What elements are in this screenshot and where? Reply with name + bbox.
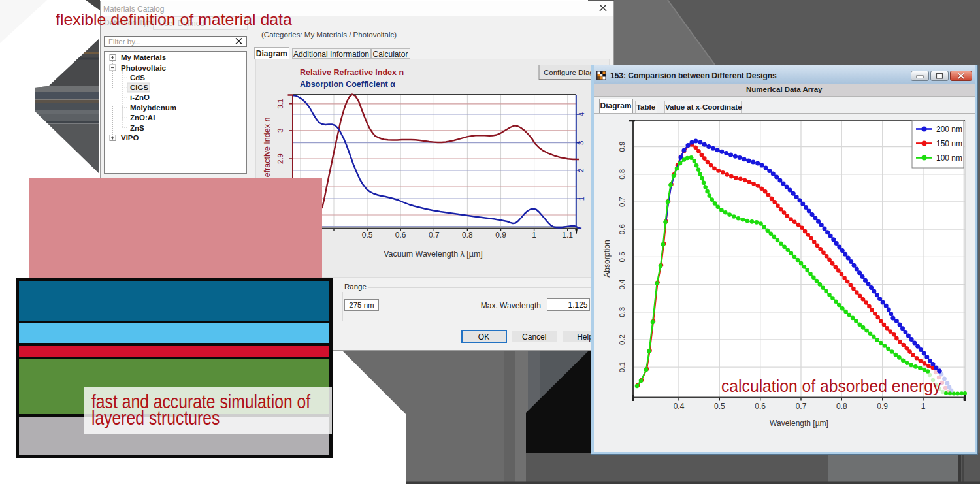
svg-text:0.7: 0.7	[618, 197, 626, 207]
svg-text:Wavelength [µm]: Wavelength [µm]	[770, 419, 828, 428]
svg-text:Absorption: Absorption	[602, 240, 612, 277]
svg-text:1: 1	[921, 402, 926, 411]
svg-text:calculation of absorbed energy: calculation of absorbed energy	[721, 376, 941, 395]
svg-text:0.8: 0.8	[618, 169, 626, 180]
svg-text:0.4: 0.4	[674, 402, 685, 411]
svg-text:0.9: 0.9	[877, 402, 888, 411]
svg-text:0.9: 0.9	[618, 142, 626, 152]
svg-text:200 nm: 200 nm	[936, 125, 962, 134]
svg-text:0.8: 0.8	[836, 402, 847, 411]
svg-text:0.2: 0.2	[618, 334, 626, 345]
svg-text:0.7: 0.7	[796, 402, 807, 411]
svg-text:0.3: 0.3	[618, 307, 626, 317]
svg-text:150 nm: 150 nm	[936, 139, 962, 148]
svg-text:0.6: 0.6	[618, 224, 626, 234]
svg-text:0.5: 0.5	[618, 251, 626, 262]
svg-text:100 nm: 100 nm	[936, 153, 962, 163]
svg-text:0.1: 0.1	[618, 362, 626, 372]
svg-text:0.6: 0.6	[755, 402, 766, 411]
svg-text:0.5: 0.5	[714, 402, 725, 411]
svg-text:0.4: 0.4	[618, 279, 626, 290]
